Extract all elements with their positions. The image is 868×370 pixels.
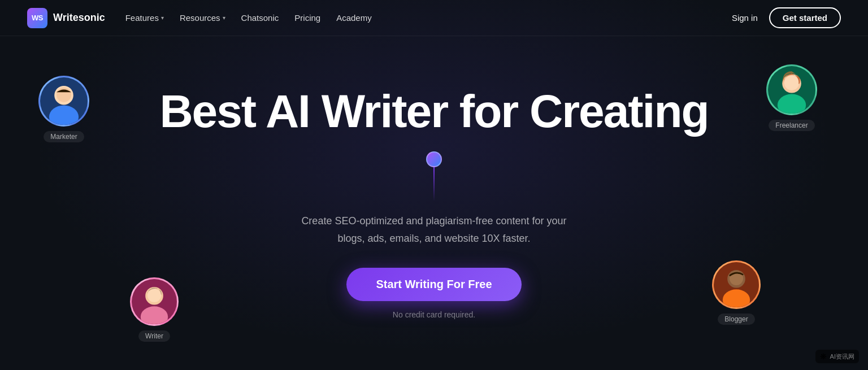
marketer-image — [38, 76, 89, 127]
logo[interactable]: WS Writesonic — [27, 8, 105, 28]
hero-title: Best AI Writer for Creating — [159, 87, 708, 136]
avatar-blogger: Blogger — [712, 260, 761, 325]
avatar-marketer: Marketer — [38, 76, 89, 142]
connector-area — [426, 151, 442, 201]
nav-pricing[interactable]: Pricing — [294, 13, 320, 23]
nav-academy[interactable]: Academy — [336, 13, 372, 23]
blogger-label: Blogger — [718, 314, 754, 325]
logo-icon: WS — [27, 8, 47, 28]
hero-section: Marketer Writer Freelance — [0, 36, 868, 370]
freelancer-label: Freelancer — [769, 120, 814, 131]
writer-label: Writer — [138, 330, 170, 342]
nav-chatsonic[interactable]: Chatsonic — [241, 13, 279, 23]
nav-right: Sign in Get started — [732, 7, 841, 28]
watermark: ❋ AI资讯网 — [815, 350, 859, 363]
blogger-image — [712, 260, 761, 309]
watermark-icon: ❋ — [820, 352, 827, 361]
nav-left: WS Writesonic Features ▾ Resources ▾ Cha… — [27, 8, 372, 28]
cta-button[interactable]: Start Writing For Free — [346, 268, 521, 301]
sign-in-button[interactable]: Sign in — [732, 13, 758, 23]
marketer-label: Marketer — [44, 131, 84, 142]
logo-text: Writesonic — [53, 12, 105, 24]
watermark-text: AI资讯网 — [830, 352, 854, 361]
no-credit-text: No credit card required. — [393, 310, 475, 319]
freelancer-image — [766, 64, 817, 115]
connector-line-icon — [433, 167, 435, 201]
avatar-freelancer: Freelancer — [766, 64, 817, 131]
nav-resources[interactable]: Resources ▾ — [180, 13, 225, 23]
get-started-button[interactable]: Get started — [769, 7, 841, 28]
navbar: WS Writesonic Features ▾ Resources ▾ Cha… — [0, 0, 868, 36]
chevron-down-icon: ▾ — [161, 15, 164, 21]
nav-features[interactable]: Features ▾ — [125, 13, 164, 23]
hero-content: Best AI Writer for Creating Create SEO-o… — [159, 87, 708, 319]
nav-links: Features ▾ Resources ▾ Chatsonic Pricing… — [125, 13, 372, 23]
chevron-down-icon: ▾ — [223, 15, 225, 21]
hero-subtitle: Create SEO-optimized and plagiarism-free… — [287, 212, 581, 247]
svg-point-11 — [784, 76, 799, 90]
connector-dot-icon — [426, 151, 442, 167]
